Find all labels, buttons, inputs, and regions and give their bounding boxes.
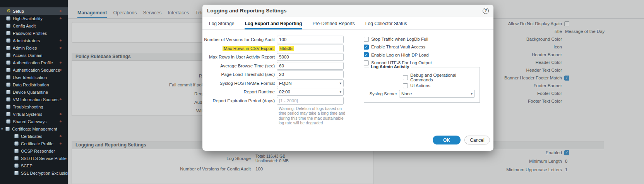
collapse-chevron-icon[interactable]: ▾ (1, 127, 5, 131)
sidebar-item-access-domain[interactable]: Access Domain (0, 52, 68, 59)
max-rows-in-user-activity-report-input[interactable]: 5000 (277, 53, 344, 61)
sidebar-item-authentication-profile[interactable]: Authentication Profile (0, 59, 68, 66)
sidebar-item-scep[interactable]: SCEP (0, 162, 68, 169)
override-indicator-dot (60, 143, 62, 144)
average-browse-time-input[interactable]: 60 (277, 62, 344, 70)
override-indicator-dot (60, 135, 62, 137)
tab-log-export-and-reporting[interactable]: Log Export and Reporting (245, 21, 302, 29)
password-profiles-icon (6, 31, 10, 35)
sidebar-item-authentication-sequence[interactable]: Authentication Sequence (0, 66, 68, 74)
field-row: Report Runtime02:00▾ (202, 88, 344, 96)
page-load-threshold-input[interactable]: 20 (277, 71, 344, 78)
tab-log-collector-status[interactable]: Log Collector Status (365, 21, 407, 29)
sidebar-item-certificates[interactable]: Certificates (0, 132, 68, 140)
data-redistribution-icon (6, 83, 10, 87)
field-label: Report Runtime (202, 89, 277, 94)
tab-pre-defined-reports[interactable]: Pre-Defined Reports (312, 21, 355, 29)
dialog-tab-bar: Log Storage Log Export and Reporting Pre… (202, 17, 493, 30)
shared-gateways-icon (6, 119, 10, 124)
ok-button[interactable]: OK (433, 136, 461, 144)
sidebar-item-troubleshooting[interactable]: Troubleshooting (0, 103, 68, 110)
sidebar-item-setup[interactable]: ⚙Setup (0, 7, 68, 15)
access-domain-icon (6, 53, 10, 57)
sidebar-item-device-quarantine[interactable]: Device Quarantine (0, 88, 68, 96)
support-utf8-for-log-output-checkbox[interactable] (364, 60, 369, 65)
tab-log-storage[interactable]: Log Storage (209, 21, 234, 29)
checkbox-row: ✓Enable Log on High DP Load (364, 51, 432, 59)
sidebar-item-config-audit[interactable]: Config Audit (0, 22, 68, 29)
checkbox-row: ✓Enable Threat Vault Access (364, 43, 432, 51)
sidebar-item-ssl-tls-service-profile[interactable]: SSL/TLS Service Profile (0, 155, 68, 162)
sidebar-item-label: Administrators (13, 38, 40, 43)
ui-actions-checkbox[interactable] (403, 83, 408, 88)
sidebar-item-administrators[interactable]: Administrators (0, 37, 68, 44)
debug-and-operational-commands-checkbox[interactable] (403, 75, 408, 80)
field-value: 20 (279, 72, 284, 77)
sidebar-item-label: User Identification (13, 75, 47, 80)
sidebar-item-ocsp-responder[interactable]: OCSP Responder (0, 147, 68, 155)
check-icon: ✓ (365, 45, 368, 49)
override-indicator-dot (60, 10, 62, 12)
syslog-server-label: Syslog Server (364, 91, 399, 96)
field-value: FQDN (279, 81, 292, 86)
expiration-warning-text: Warning: Deletion of logs based on time … (279, 106, 349, 125)
field-value: None (401, 91, 412, 96)
sidebar-item-label: Data Redistribution (13, 83, 49, 87)
sidebar-item-user-identification[interactable]: User Identification (0, 74, 68, 81)
export-settings-checkbox-column: Stop Traffic when LogDb Full ✓Enable Thr… (364, 35, 432, 67)
dialog-titlebar: Logging and Reporting Settings ? (202, 5, 493, 17)
sidebar-item-virtual-systems[interactable]: Virtual Systems (0, 110, 68, 118)
sidebar-item-label: Authentication Profile (13, 60, 53, 65)
authentication-profile-icon (6, 60, 10, 65)
sidebar-item-label: Certificate Profile (21, 141, 53, 146)
sidebar-item-admin-roles[interactable]: Admin Roles (0, 44, 68, 52)
cancel-button[interactable]: Cancel (464, 136, 490, 144)
export-settings-form: Number of Versions for Config Audit100 M… (202, 35, 344, 105)
sidebar-item-label: SSL/TLS Service Profile (21, 156, 67, 161)
sidebar-item-label: Virtual Systems (13, 112, 42, 117)
enable-log-on-high-dp-load-checkbox[interactable]: ✓ (364, 52, 369, 57)
enable-threat-vault-access-checkbox[interactable]: ✓ (364, 45, 369, 50)
sidebar-item-vm-information-sources[interactable]: VM Information Sources (0, 96, 68, 103)
sidebar-item-certificate-management[interactable]: ▾Certificate Management (0, 125, 68, 132)
logging-and-reporting-settings-dialog: Logging and Reporting Settings ? Log Sto… (202, 5, 493, 151)
sidebar-item-label: Certificate Management (12, 127, 57, 131)
authentication-sequence-icon (6, 68, 10, 72)
sidebar-item-shared-gateways[interactable]: Shared Gateways (0, 118, 68, 125)
sidebar-item-password-profiles[interactable]: Password Profiles (0, 29, 68, 37)
checkbox-label: Enable Threat Vault Access (371, 45, 425, 49)
sidebar-item-certificate-profile[interactable]: Certificate Profile (0, 140, 68, 147)
sidebar-item-ssl-decryption-exclusion[interactable]: SSL Decryption Exclusion (0, 169, 68, 177)
certificate-management-icon (5, 127, 10, 131)
field-value: 02:00 (279, 89, 290, 94)
field-value: 60 (279, 64, 284, 68)
max-rows-in-csv-export-input[interactable]: 65535 (277, 45, 344, 52)
field-row: Max Rows in User Activity Report5000 (202, 53, 344, 62)
sidebar-item-data-redistribution[interactable]: Data Redistribution (0, 81, 68, 88)
user-identification-icon (6, 75, 10, 79)
field-label: Page Load Threshold (sec) (202, 72, 277, 77)
syslog-server-select[interactable]: None▾ (399, 90, 475, 98)
device-quarantine-icon (6, 90, 10, 94)
device-sidebar: ⚙Setup High Availability Config Audit Pa… (0, 0, 68, 184)
stop-traffic-when-logdb-full-checkbox[interactable] (364, 37, 369, 42)
chevron-down-icon: ▾ (339, 81, 341, 85)
override-indicator-dot (60, 69, 62, 71)
syslog-hostname-format-select[interactable]: FQDN▾ (277, 79, 344, 87)
number-of-versions-for-config-audit-input[interactable]: 100 (277, 36, 344, 43)
sidebar-item-high-availability[interactable]: High Availability (0, 15, 68, 22)
check-icon: ✓ (365, 53, 368, 57)
checkbox-row: Stop Traffic when LogDb Full (364, 35, 432, 43)
checkbox-label: Debug and Operational Commands (410, 73, 480, 82)
checkbox-row: UI Actions (403, 82, 430, 89)
sidebar-item-label: Shared Gateways (13, 119, 46, 124)
vm-information-sources-icon (6, 97, 10, 101)
field-label: Average Browse Time (sec) (202, 64, 277, 68)
virtual-systems-icon (6, 112, 10, 116)
report-expiration-period-input[interactable]: [1 - 2000] (277, 97, 344, 105)
report-runtime-select[interactable]: 02:00▾ (277, 88, 344, 96)
help-icon[interactable]: ? (483, 8, 489, 14)
checkbox-label: Enable Log on High DP Load (371, 53, 429, 57)
admin-roles-icon (6, 46, 10, 50)
sidebar-item-label: SSL Decryption Exclusion (21, 171, 68, 175)
